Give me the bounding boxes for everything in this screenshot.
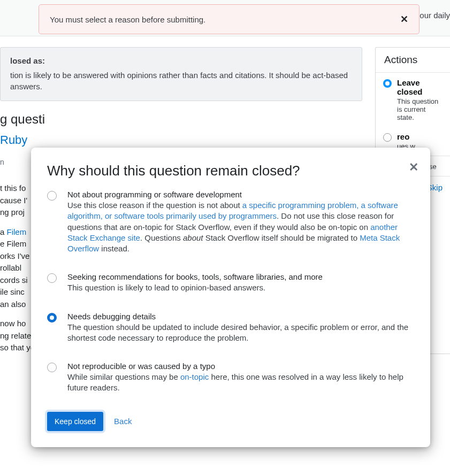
close-icon[interactable]: ✕ — [409, 160, 418, 174]
help-link[interactable]: on-topic — [180, 372, 209, 381]
reason-title: Seeking recommendations for books, tools… — [67, 272, 323, 281]
keep-closed-button[interactable]: Keep closed — [47, 412, 103, 431]
reason-not-programming[interactable]: Not about programming or software develo… — [47, 190, 414, 254]
radio-unselected-icon[interactable] — [47, 191, 57, 201]
reason-title: Not about programming or software develo… — [67, 190, 414, 199]
reason-title: Not reproducible or was caused by a typo — [67, 362, 414, 371]
modal-title: Why should this question remain closed? — [47, 163, 414, 179]
back-button[interactable]: Back — [114, 417, 132, 426]
modal-actions: Keep closed Back — [47, 412, 414, 431]
radio-unselected-icon[interactable] — [47, 363, 57, 372]
reason-recommendations[interactable]: Seeking recommendations for books, tools… — [47, 272, 414, 293]
reason-description: While similar questions may be on-topic … — [67, 372, 414, 394]
close-icon[interactable]: ✕ — [400, 13, 408, 25]
validation-alert: You must select a reason before submitti… — [39, 4, 420, 34]
reason-description: Use this close reason if the question is… — [67, 200, 414, 254]
reason-description: This question is likely to lead to opini… — [67, 282, 323, 293]
reason-title: Needs debugging details — [67, 312, 414, 321]
radio-selected-icon[interactable] — [47, 313, 57, 323]
close-reason-modal: ✕ Why should this question remain closed… — [31, 148, 430, 447]
reason-debugging-details[interactable]: Needs debugging details The question sho… — [47, 312, 414, 344]
radio-unselected-icon[interactable] — [47, 273, 57, 283]
reason-description: The question should be updated to includ… — [67, 322, 414, 344]
reason-not-reproducible[interactable]: Not reproducible or was caused by a typo… — [47, 362, 414, 394]
alert-text: You must select a reason before submitti… — [50, 15, 205, 24]
